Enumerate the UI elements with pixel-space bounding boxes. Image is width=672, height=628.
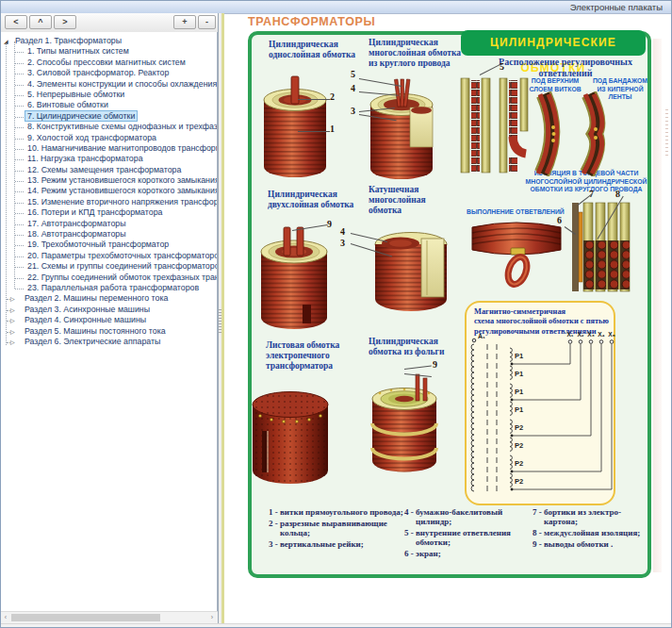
winding-circuit-diagram: A₁P1P1P1P1P2P2P2P2X₁X₂X₃X₄X₅ <box>467 329 615 504</box>
scrollbar-thumb[interactable] <box>11 614 160 621</box>
tree-section[interactable]: ▷Раздел 4. Синхронные машины <box>1 315 217 325</box>
legend-item: 6 - экран; <box>404 549 523 558</box>
scroll-right-icon[interactable]: › <box>207 612 217 623</box>
tree-section[interactable]: ▷Раздел 2. Машины переменного тока <box>1 293 217 304</box>
tree-section-transformers[interactable]: ◢Раздел 1. Трансформаторы <box>1 36 217 46</box>
terminal-a-label: A₁ <box>478 333 485 339</box>
window-title: Электронные плакаты <box>570 1 663 13</box>
tree-guide-line <box>14 41 15 289</box>
tree-item-label: 9. Холостой ход трансформатора <box>25 133 158 142</box>
tree-item[interactable]: 21. Схемы и группы соединений трансформа… <box>1 261 217 272</box>
tree-item[interactable]: 14. Режим установившегося короткого замы… <box>1 186 217 196</box>
tree-item-label: 4. Элементы конструкции и способы охлажд… <box>25 79 218 89</box>
poster-header: ТРАНСФОРМАТОРЫ <box>248 15 375 28</box>
zoom-out-button[interactable]: - <box>198 15 216 29</box>
section-tree[interactable]: ◢Раздел 1. Трансформаторы1. Типы магнитн… <box>1 32 218 611</box>
application-window: Электронные плакаты < ^ > + - ◢Раздел 1.… <box>0 0 672 628</box>
terminal-x-label: X₄ <box>598 331 604 338</box>
main-scroll-grip-icon[interactable] <box>665 109 668 157</box>
tree-item-label: 11. Нагрузка трансформатора <box>25 154 145 163</box>
callout-f1-1: 1 <box>330 124 335 134</box>
coil-label: P1 <box>515 388 523 396</box>
figure4-title: Катушечная многослойная обмотка <box>369 185 459 216</box>
tree-item[interactable]: 5. Непрерывные обмотки <box>1 90 217 100</box>
terminal-x-label: X₁ <box>566 331 573 338</box>
tree-guide-line <box>6 43 7 345</box>
tree-item[interactable]: 20. Параметры трехобмоточных трансформат… <box>1 251 217 261</box>
schematic-title-line1: Магнитно-симметричная <box>474 307 614 317</box>
tree-item[interactable]: 4. Элементы конструкции и способы охлажд… <box>1 79 217 90</box>
tree-item-label: 10. Намагничивание магнитопроводов транс… <box>25 143 218 153</box>
foil-winding-figure <box>365 369 448 495</box>
tree-item[interactable]: 9. Холостой ход трансформатора <box>1 133 217 143</box>
prev-button[interactable]: < <box>5 15 27 29</box>
leader-line <box>298 99 330 100</box>
coil-label: P2 <box>515 477 523 486</box>
callout-f2-3: 3 <box>351 106 355 116</box>
figure3-title: Цилиндрическая двухслойная обмотка <box>268 190 358 210</box>
tree-item[interactable]: 15. Изменение вторичного напряжения тран… <box>1 197 217 207</box>
legend-item: 4 - бумажно-бакелитовый цилиндр; <box>404 507 523 527</box>
tree-item[interactable]: 7. Цилиндрические обмотки <box>1 111 217 122</box>
poster-banner: ЦИЛИНДРИЧЕСКИЕ ОБМОТКИ <box>461 30 646 56</box>
tree-item-label: 18. Автотрансформаторы <box>25 229 128 239</box>
coil-label: P2 <box>515 423 523 432</box>
tree-section[interactable]: ▷Раздел 3. Асинхронные машины <box>1 305 217 315</box>
tree-item[interactable]: 18. Автотрансформаторы <box>1 229 217 240</box>
legend-item: 7 - бортики из электро-картона; <box>533 507 653 527</box>
callout-f2-5: 5 <box>351 69 355 79</box>
up-button[interactable]: ^ <box>29 15 52 29</box>
taps-bands-figure <box>533 91 621 176</box>
tree-item-label: 8. Конструктивные схемы однофазных и тре… <box>25 122 218 131</box>
legend-item: 5 - внутренние ответвления обмотки; <box>404 528 523 548</box>
collapsed-icon[interactable]: ▷ <box>10 338 15 349</box>
callout-f3-4: 4 <box>340 226 345 237</box>
title-bar: Электронные плакаты <box>1 1 672 14</box>
callout-ins-8: 8 <box>615 189 620 199</box>
tree-horizontal-scrollbar[interactable]: ‹ › <box>1 611 219 624</box>
tree-item-label: Раздел 5. Машины постоянного тока <box>23 326 168 336</box>
tree-item-label: 5. Непрерывные обмотки <box>25 90 126 99</box>
figure2-title: Цилиндрическая многослойная обмотка из к… <box>369 38 470 69</box>
coil-label: P1 <box>515 405 523 414</box>
tree-item-label: 6. Винтовые обмотки <box>25 100 110 109</box>
tree-item[interactable]: 3. Силовой трансформатор. Реактор <box>1 68 217 78</box>
tree-item[interactable]: 10. Намагничивание магнитопроводов транс… <box>1 143 217 154</box>
toolbar: < ^ > + - <box>1 13 219 33</box>
tree-item[interactable]: 16. Потери и КПД трансформатора <box>1 207 217 218</box>
callout-ins-6: 6 <box>557 215 562 225</box>
tree-item-label: 13. Режим установившегося короткого замы… <box>25 175 218 185</box>
tree-item-label: 3. Силовой трансформатор. Реактор <box>25 68 171 77</box>
tree-item[interactable]: 17. Автотрансформаторы <box>1 219 217 229</box>
taps-strips-figure <box>460 74 532 178</box>
tree-item[interactable]: 22. Группы соединений обмоток трехфазных… <box>1 273 217 283</box>
tree-item[interactable]: 8. Конструктивные схемы однофазных и тре… <box>1 122 217 132</box>
tree-section[interactable]: ▷Раздел 6. Электрические аппараты <box>1 337 217 347</box>
tree-section[interactable]: ▷Раздел 5. Машины постоянного тока <box>1 326 217 337</box>
tree-item[interactable]: 11. Нагрузка трансформатора <box>1 154 217 164</box>
callout-f1-2: 2 <box>330 91 335 102</box>
tree-item[interactable]: 19. Трехобмоточный трансформатор <box>1 240 217 250</box>
tree-item[interactable]: 13. Режим установившегося короткого замы… <box>1 175 217 186</box>
tree-item[interactable]: 6. Винтовые обмотки <box>1 100 217 110</box>
tree-item[interactable]: 1. Типы магнитных систем <box>1 46 217 57</box>
tree-item-label: 21. Схемы и группы соединений трансформа… <box>25 261 218 271</box>
callout-f6-9: 9 <box>433 359 437 370</box>
legend-item: 8 - междуслойная изоляция; <box>533 528 653 537</box>
zoom-in-button[interactable]: + <box>173 15 196 29</box>
single-layer-winding-figure <box>257 74 333 180</box>
callout-f2-4: 4 <box>351 83 355 93</box>
next-button[interactable]: > <box>54 15 76 29</box>
tree-item[interactable]: 12. Схемы замещения трансформатора <box>1 165 217 175</box>
callout-f3-3: 3 <box>340 238 345 248</box>
figure6-title: Цилиндрическая обмотка из фольги <box>369 337 472 357</box>
legend-column-2: 4 - бумажно-бакелитовый цилиндр;5 - внут… <box>404 507 523 560</box>
tree-item-label: 23. Параллельная работа трансформаторов <box>25 283 201 292</box>
scroll-left-icon[interactable]: ‹ <box>1 612 10 623</box>
tree-item[interactable]: 23. Параллельная работа трансформаторов <box>1 283 217 293</box>
tree-item[interactable]: 2. Способы прессовки магнитных систем <box>1 58 217 68</box>
tree-item-label: Раздел 4. Синхронные машины <box>23 315 148 324</box>
tree-item-label: 19. Трехобмоточный трансформатор <box>25 240 171 249</box>
end-insulation-figure <box>572 201 632 293</box>
tree-item-label: 16. Потери и КПД трансформатора <box>25 207 164 217</box>
